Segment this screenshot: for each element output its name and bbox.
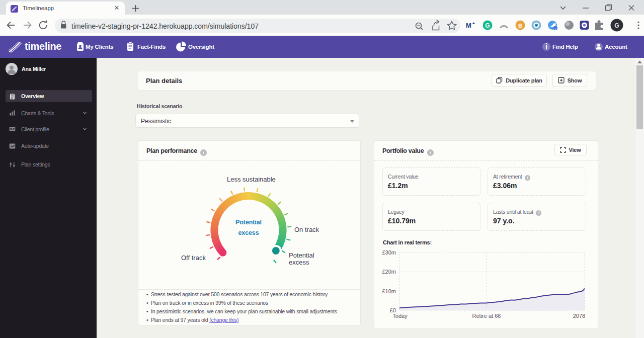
svg-text:G: G — [485, 22, 490, 29]
svg-text:2078: 2078 — [573, 313, 585, 319]
svg-text:Today: Today — [392, 313, 408, 319]
svg-text:£10m: £10m — [382, 288, 396, 294]
svg-text:M: M — [466, 22, 471, 29]
svg-text:Retire at 66: Retire at 66 — [472, 313, 501, 319]
svg-text:B: B — [518, 23, 522, 29]
svg-text:£30m: £30m — [382, 249, 396, 256]
svg-text:+: + — [472, 21, 475, 26]
svg-text:£20m: £20m — [382, 269, 396, 275]
svg-text:G: G — [614, 22, 619, 29]
